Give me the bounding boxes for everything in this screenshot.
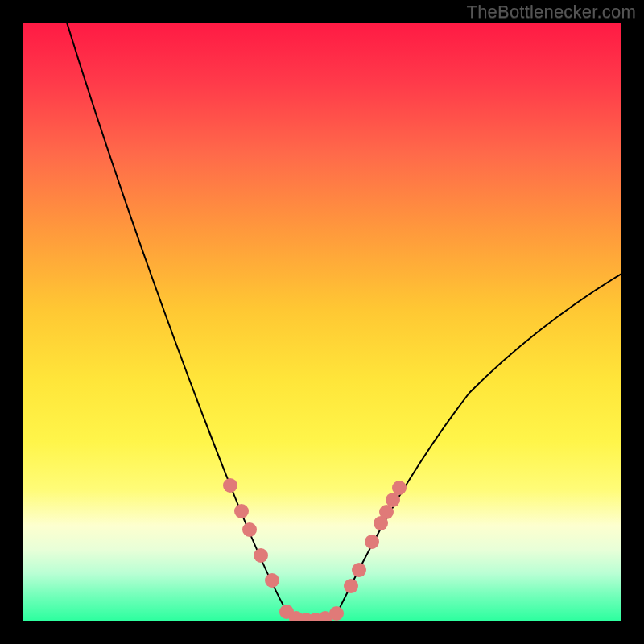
marker-dot — [242, 522, 257, 537]
marker-dot — [329, 606, 344, 621]
marker-dot — [265, 573, 279, 588]
marker-dot — [365, 535, 379, 549]
curve-right-branch — [336, 274, 621, 614]
marker-dot — [234, 504, 249, 518]
marker-dot — [392, 481, 407, 495]
marker-dot — [254, 548, 268, 563]
bottleneck-curve — [23, 23, 621, 621]
marker-dot — [344, 579, 358, 593]
marker-dot — [352, 563, 366, 577]
watermark-text: TheBottlenecker.com — [467, 2, 636, 23]
chart-plot-area — [23, 23, 621, 621]
marker-dot — [223, 478, 237, 493]
